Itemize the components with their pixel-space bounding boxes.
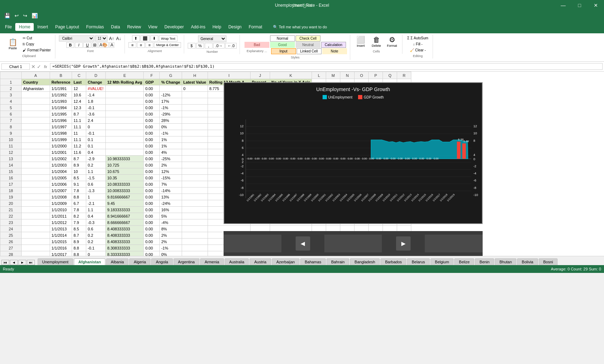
maximize-button[interactable]: □ [571,0,588,11]
cell-e-12[interactable] [106,149,144,156]
header-change[interactable]: Change [86,79,106,85]
cell-b-7[interactable]: 1/1/1996 [50,117,72,124]
nav-forward-button[interactable]: ► [396,236,411,251]
style-neutral[interactable]: Neutral [296,42,320,48]
menu-addins[interactable]: Add-ins [187,23,209,31]
cell-b-20[interactable]: 1/1/2009 [50,200,72,207]
underline-button[interactable]: U [83,42,91,48]
formula-confirm-btn[interactable]: ✓ [37,64,41,69]
close-button[interactable]: ✕ [588,0,604,11]
style-calculation[interactable]: Calculation [321,42,346,48]
cell-f-10[interactable]: 0.00 [144,136,160,143]
cut-button[interactable]: ✂ Cut [21,35,52,41]
cell-c-8[interactable]: 11.1 [72,124,86,130]
menu-data[interactable]: Data [108,23,123,31]
cell-d-25[interactable]: 0.2 [86,232,106,239]
cell-e-19[interactable]: 9.816666667 [106,194,144,200]
cell-b-21[interactable]: 1/1/2010 [50,207,72,213]
align-bottom-btn[interactable]: ⬇ [150,35,158,41]
cell-e-28[interactable]: 8.333333333 [106,251,144,256]
cell-g-2[interactable] [160,85,182,92]
cell-f-27[interactable]: 0.00 [144,245,160,251]
cell-e-3[interactable] [106,92,144,98]
cell-b-8[interactable]: 1/1/1997 [50,124,72,130]
menu-page-layout[interactable]: Page Layout [51,23,82,31]
style-note[interactable]: Note [322,48,347,54]
header-gdp[interactable]: GDP [144,79,160,85]
cell-b-26[interactable]: 1/1/2015 [50,239,72,245]
cell-c-26[interactable]: 8.9 [72,239,86,245]
sheet-nav-last[interactable]: ⏭ [27,260,35,265]
cell-c-27[interactable]: 8.8 [72,245,86,251]
cell-b-17[interactable]: 1/1/2006 [50,181,72,187]
cell-h-25[interactable] [182,232,208,239]
cell-b-12[interactable]: 1/1/2001 [50,149,72,156]
fill-color-button[interactable]: A🎨 [98,42,109,48]
cell-e-6[interactable] [106,111,144,117]
cell-c-2[interactable]: 12 [72,85,86,92]
tab-azerbaijan[interactable]: Azerbaijan [272,258,300,265]
cell-d-4[interactable]: 1.8 [86,98,106,105]
cell-e-2[interactable] [106,85,144,92]
cell-b-22[interactable]: 1/1/2011 [50,213,72,219]
cell-h-18[interactable] [182,187,208,194]
cell-f-14[interactable]: 0.00 [144,162,160,168]
sheet-nav-first[interactable]: ⏮ [1,260,9,265]
cell-d-7[interactable]: 2.4 [86,117,106,124]
cell-a-11[interactable] [22,143,50,149]
menu-help[interactable]: Help [209,23,225,31]
cell-g-18[interactable]: -14% [160,187,182,194]
cell-e-16[interactable]: 10.35 [106,175,144,181]
cell-h-5[interactable] [182,105,208,111]
cell-c-4[interactable]: 12.4 [72,98,86,105]
insert-button[interactable]: ⬜ Insert [354,35,368,48]
cell-g-16[interactable]: -15% [160,175,182,181]
cell-a-14[interactable] [22,162,50,168]
cell-b-16[interactable]: 1/1/2005 [50,175,72,181]
tab-austria[interactable]: Austria [249,258,271,265]
cell-a-18[interactable] [22,187,50,194]
cell-h-10[interactable] [182,136,208,143]
cell-a-25[interactable] [22,232,50,239]
cell-d-9[interactable]: -0.1 [86,130,106,136]
tab-belize[interactable]: Belize [454,258,474,265]
autosum-button[interactable]: Σ Σ AutoSum [406,35,430,41]
cell-d-16[interactable]: -1.5 [86,175,106,181]
cell-a-13[interactable] [22,156,50,162]
cell-b-2[interactable]: 1/1/1991 [50,85,72,92]
cell-g-7[interactable]: 28% [160,117,182,124]
cell-e-5[interactable] [106,105,144,111]
cell-h-24[interactable] [182,226,208,232]
cell-h-8[interactable] [182,124,208,130]
align-center-btn[interactable]: ≡ [137,42,145,48]
cell-c-6[interactable]: 8.7 [72,111,86,117]
cell-f-17[interactable]: 0.00 [144,181,160,187]
cell-c-13[interactable]: 8.7 [72,156,86,162]
comma-btn[interactable]: , [205,43,213,49]
menu-formulas[interactable]: Formulas [83,23,108,31]
cell-d-8[interactable]: 0 [86,124,106,130]
cell-d-27[interactable]: -0.1 [86,245,106,251]
cell-h-28[interactable] [182,251,208,256]
cell-d-24[interactable]: 0.6 [86,226,106,232]
header-country[interactable]: Country [22,79,50,85]
cell-b-6[interactable]: 1/1/1995 [50,111,72,117]
cell-b-15[interactable]: 1/1/2004 [50,168,72,175]
cell-b-14[interactable]: 1/1/2003 [50,162,72,168]
cell-c-3[interactable]: 10.6 [72,92,86,98]
cell-a-27[interactable] [22,245,50,251]
align-top-btn[interactable]: ⬆ [132,35,140,41]
cell-b-24[interactable]: 1/1/2013 [50,226,72,232]
cell-h-19[interactable] [182,194,208,200]
tab-afghanistan[interactable]: Afghanistan [74,258,106,265]
cell-h-13[interactable] [182,156,208,162]
cell-g-5[interactable]: -1% [160,105,182,111]
format-button[interactable]: ⚙ Format [385,35,399,48]
cell-a-3[interactable] [22,92,50,98]
cell-g-12[interactable]: 4% [160,149,182,156]
cell-d-28[interactable]: 0 [86,251,106,256]
cell-c-18[interactable]: 7.8 [72,187,86,194]
cell-g-3[interactable]: -12% [160,92,182,98]
cell-c-17[interactable]: 9.1 [72,181,86,187]
style-normal[interactable]: Normal [270,35,295,41]
